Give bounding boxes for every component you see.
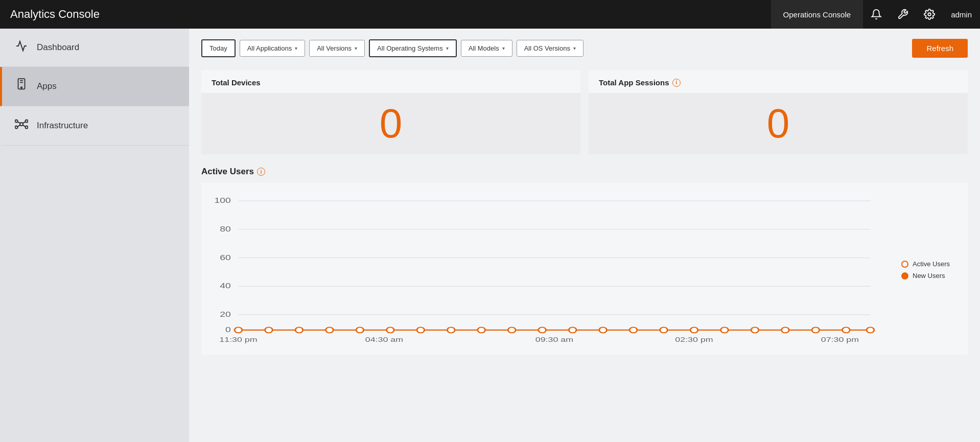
today-filter[interactable]: Today xyxy=(201,39,236,57)
sidebar-label-dashboard: Dashboard xyxy=(37,42,79,53)
svg-point-34 xyxy=(325,328,333,333)
active-users-info-icon[interactable]: i xyxy=(257,168,265,176)
svg-point-6 xyxy=(15,120,18,123)
wrench-icon xyxy=(897,9,908,20)
svg-point-50 xyxy=(812,328,820,333)
svg-point-45 xyxy=(660,328,668,333)
svg-text:100: 100 xyxy=(214,197,230,205)
svg-text:11:30 pm: 11:30 pm xyxy=(219,336,257,343)
svg-text:0: 0 xyxy=(225,326,231,334)
all-os-label: All Operating Systems xyxy=(377,44,443,52)
svg-point-49 xyxy=(781,328,789,333)
all-models-filter[interactable]: All Models ▾ xyxy=(461,40,512,57)
body-layout: Dashboard Apps xyxy=(0,29,980,442)
svg-text:80: 80 xyxy=(220,225,230,234)
admin-button[interactable]: admin xyxy=(943,0,980,29)
total-devices-value-area: 0 xyxy=(201,93,580,154)
active-users-chart: 100 80 60 40 20 0 xyxy=(209,193,893,346)
gear-icon xyxy=(924,9,935,20)
app-header: Analytics Console Operations Console adm… xyxy=(0,0,980,29)
svg-point-4 xyxy=(21,87,22,88)
dashboard-icon xyxy=(14,40,29,55)
svg-point-33 xyxy=(295,328,303,333)
svg-point-47 xyxy=(721,328,729,333)
sidebar: Dashboard Apps xyxy=(0,29,189,442)
admin-label: admin xyxy=(951,10,972,19)
new-users-dot xyxy=(901,272,908,280)
chart-container: 100 80 60 40 20 0 xyxy=(201,183,968,355)
all-models-label: All Models xyxy=(469,44,499,52)
chevron-down-icon: ▾ xyxy=(502,45,505,51)
svg-point-9 xyxy=(26,126,28,129)
all-versions-label: All Versions xyxy=(317,44,352,52)
svg-point-51 xyxy=(842,328,850,333)
active-users-legend-label: Active Users xyxy=(913,260,950,268)
chevron-down-icon: ▾ xyxy=(446,45,449,51)
apps-icon xyxy=(14,78,29,95)
svg-text:07:30 pm: 07:30 pm xyxy=(821,336,859,343)
svg-point-39 xyxy=(478,328,485,333)
svg-point-44 xyxy=(629,328,637,333)
svg-text:04:30 am: 04:30 am xyxy=(365,336,403,343)
svg-point-32 xyxy=(265,328,273,333)
svg-point-31 xyxy=(235,328,242,333)
sidebar-item-dashboard[interactable]: Dashboard xyxy=(0,29,189,67)
filter-bar: Today All Applications ▾ All Versions ▾ … xyxy=(201,39,968,58)
info-icon[interactable]: i xyxy=(672,79,681,87)
total-devices-value: 0 xyxy=(380,100,403,147)
metrics-row: Total Devices 0 Total App Sessions i 0 xyxy=(201,70,968,154)
svg-point-48 xyxy=(751,328,759,333)
chevron-down-icon: ▾ xyxy=(355,45,357,51)
total-app-sessions-card: Total App Sessions i 0 xyxy=(589,70,968,154)
svg-point-38 xyxy=(447,328,455,333)
svg-point-46 xyxy=(690,328,698,333)
infrastructure-icon xyxy=(14,118,29,134)
svg-text:09:30 am: 09:30 am xyxy=(535,336,573,343)
sidebar-label-infrastructure: Infrastructure xyxy=(37,121,88,131)
svg-line-13 xyxy=(22,125,26,127)
svg-text:40: 40 xyxy=(220,282,230,290)
total-app-sessions-value: 0 xyxy=(767,100,790,147)
svg-point-41 xyxy=(539,328,546,333)
bell-icon xyxy=(871,9,882,20)
all-versions-filter[interactable]: All Versions ▾ xyxy=(309,40,365,57)
all-os-versions-label: All OS Versions xyxy=(524,44,570,52)
tools-button[interactable] xyxy=(890,0,916,29)
chevron-down-icon: ▾ xyxy=(573,45,576,51)
svg-text:60: 60 xyxy=(220,253,230,262)
svg-point-37 xyxy=(417,328,425,333)
total-app-sessions-label: Total App Sessions i xyxy=(599,78,958,87)
sidebar-item-infrastructure[interactable]: Infrastructure xyxy=(0,106,189,146)
total-devices-card: Total Devices 0 xyxy=(201,70,580,154)
refresh-button[interactable]: Refresh xyxy=(912,39,968,58)
ops-console-button[interactable]: Operations Console xyxy=(771,0,864,29)
all-os-filter[interactable]: All Operating Systems ▾ xyxy=(369,39,457,57)
svg-line-11 xyxy=(22,122,26,123)
legend-new-users: New Users xyxy=(901,272,960,280)
svg-point-0 xyxy=(928,13,931,16)
svg-text:02:30 pm: 02:30 pm xyxy=(675,336,713,343)
total-devices-label: Total Devices xyxy=(212,78,570,87)
all-applications-label: All Applications xyxy=(247,44,292,52)
svg-point-8 xyxy=(15,126,18,129)
all-os-versions-filter[interactable]: All OS Versions ▾ xyxy=(517,40,584,57)
chart-legend: Active Users New Users xyxy=(893,193,960,346)
header-right: Operations Console admin xyxy=(771,0,980,29)
svg-point-42 xyxy=(569,328,576,333)
svg-point-52 xyxy=(867,328,874,333)
svg-line-12 xyxy=(17,125,20,127)
settings-button[interactable] xyxy=(916,0,943,29)
total-app-sessions-value-area: 0 xyxy=(589,93,968,154)
all-applications-filter[interactable]: All Applications ▾ xyxy=(240,40,305,57)
active-users-section: Active Users i 100 80 60 40 20 xyxy=(201,167,968,355)
active-users-section-label: Active Users i xyxy=(201,167,968,177)
svg-point-43 xyxy=(599,328,607,333)
app-title: Analytics Console xyxy=(10,8,771,21)
svg-line-10 xyxy=(17,122,20,123)
svg-point-36 xyxy=(386,328,394,333)
sidebar-item-apps[interactable]: Apps xyxy=(0,67,189,106)
new-users-legend-label: New Users xyxy=(913,272,945,280)
svg-point-40 xyxy=(508,328,516,333)
notifications-button[interactable] xyxy=(863,0,890,29)
svg-text:20: 20 xyxy=(220,311,230,319)
